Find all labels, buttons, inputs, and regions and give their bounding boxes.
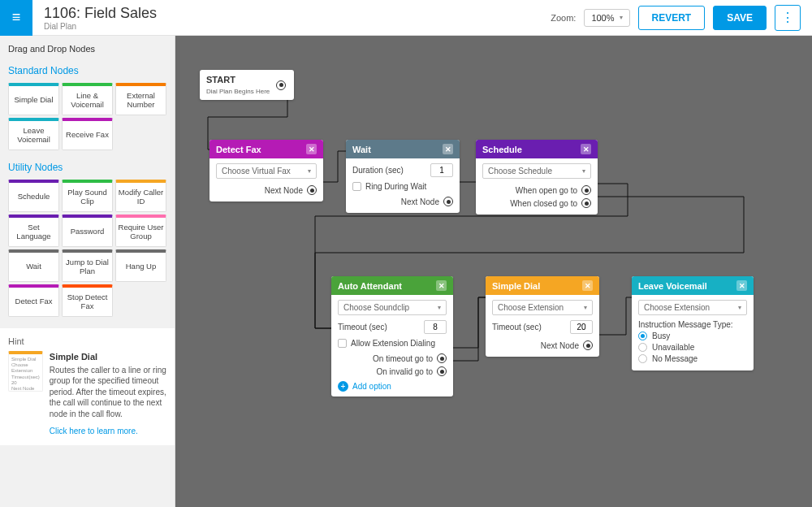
- instruction-type-label: Instruction Message Type:: [638, 320, 747, 329]
- zoom-value: 100%: [591, 13, 614, 23]
- utility-nodes-heading: Utility Nodes: [0, 157, 175, 180]
- palette-node[interactable]: Receive Fax: [62, 118, 113, 150]
- port-icon[interactable]: [583, 340, 593, 350]
- palette-node[interactable]: Password: [62, 214, 113, 247]
- palette-node[interactable]: Detect Fax: [8, 284, 59, 317]
- palette-node[interactable]: Jump to Dial Plan: [62, 249, 113, 282]
- close-icon[interactable]: ✕: [582, 280, 593, 291]
- close-icon[interactable]: ✕: [443, 144, 453, 154]
- palette-node[interactable]: Require User Group: [115, 214, 166, 247]
- timeout-input[interactable]: [424, 320, 447, 334]
- schedule-select[interactable]: Choose Schedule▾: [482, 163, 591, 179]
- sidebar-heading: Drag and Drop Nodes: [0, 36, 175, 60]
- palette-node[interactable]: Stop Detect Fax: [62, 284, 113, 317]
- next-node-label: Next Node: [265, 186, 303, 195]
- duration-label: Duration (sec): [352, 166, 404, 175]
- ring-during-wait-checkbox[interactable]: Ring During Wait: [352, 182, 453, 191]
- node-title: Leave Voicemail: [638, 281, 707, 291]
- wait-node[interactable]: Wait ✕ Duration (sec) Ring During Wait N…: [346, 140, 460, 213]
- timeout-input[interactable]: [570, 320, 593, 334]
- palette-node[interactable]: Leave Voicemail: [8, 118, 59, 150]
- close-icon[interactable]: ✕: [581, 144, 591, 154]
- palette-node[interactable]: Modify Caller ID: [115, 180, 166, 212]
- virtual-fax-select[interactable]: Choose Virtual Fax▾: [216, 163, 317, 179]
- radio-busy[interactable]: Busy: [638, 332, 747, 340]
- leave-voicemail-node[interactable]: Leave Voicemail ✕ Choose Extension▾ Inst…: [632, 276, 754, 370]
- title-block: 1106: Field Sales Dial Plan: [44, 5, 551, 31]
- port-icon[interactable]: [307, 185, 317, 195]
- add-option-button[interactable]: +Add option: [338, 381, 447, 392]
- palette-node[interactable]: Hang Up: [115, 249, 166, 282]
- palette-node[interactable]: Set Language: [8, 214, 59, 247]
- radio-icon: [638, 354, 647, 363]
- auto-attendant-node[interactable]: Auto Attendant ✕ Choose Soundclip▾ Timeo…: [331, 276, 453, 396]
- palette-node[interactable]: Simple Dial: [8, 83, 59, 115]
- close-icon[interactable]: ✕: [736, 280, 747, 291]
- chevron-down-icon: ▾: [308, 167, 311, 175]
- utility-nodes-palette: SchedulePlay Sound ClipModify Caller IDS…: [0, 180, 175, 323]
- next-node-label: Next Node: [541, 341, 579, 350]
- chevron-down-icon: ▾: [584, 304, 587, 311]
- schedule-node[interactable]: Schedule ✕ Choose Schedule▾ When open go…: [476, 140, 598, 214]
- port-icon[interactable]: [443, 197, 453, 206]
- palette-node[interactable]: External Number: [115, 83, 166, 115]
- menu-button[interactable]: ≡: [0, 0, 32, 36]
- page-subtitle: Dial Plan: [44, 22, 551, 31]
- detect-fax-node[interactable]: Detect Fax ✕ Choose Virtual Fax▾ Next No…: [209, 140, 323, 202]
- allow-extension-checkbox[interactable]: Allow Extension Dialing: [338, 339, 447, 348]
- when-open-label: When open go to: [516, 186, 577, 195]
- palette-node[interactable]: Play Sound Clip: [62, 180, 113, 212]
- page-title: 1106: Field Sales: [44, 5, 551, 22]
- port-icon[interactable]: [581, 198, 591, 208]
- hint-thumbnail: Simple DialChoose ExtensionTimeout(sec) …: [8, 351, 43, 392]
- checkbox-icon: [338, 339, 347, 348]
- node-title: Simple Dial: [492, 281, 540, 291]
- port-icon[interactable]: [581, 185, 591, 195]
- chevron-down-icon: ▾: [738, 304, 741, 311]
- topbar: ≡ 1106: Field Sales Dial Plan Zoom: 100%…: [0, 0, 812, 36]
- close-icon[interactable]: ✕: [306, 144, 317, 154]
- port-icon[interactable]: [437, 353, 447, 363]
- node-title: Wait: [352, 145, 371, 154]
- plus-icon: +: [338, 381, 348, 392]
- hint-text: Simple Dial Routes the caller to a line …: [50, 351, 166, 437]
- checkbox-icon: [352, 182, 361, 191]
- timeout-label: Timeout (sec): [492, 323, 542, 332]
- palette-node[interactable]: Line & Voicemail: [62, 83, 113, 115]
- on-invalid-label: On invalid go to: [377, 367, 434, 376]
- close-icon[interactable]: ✕: [436, 280, 447, 291]
- radio-no-message[interactable]: No Message: [638, 354, 747, 363]
- standard-nodes-heading: Standard Nodes: [0, 60, 175, 83]
- node-title: Schedule: [482, 145, 522, 154]
- simple-dial-node[interactable]: Simple Dial ✕ Choose Extension▾ Timeout …: [486, 276, 599, 357]
- start-node[interactable]: START Dial Plan Begins Here: [200, 70, 294, 100]
- palette-node[interactable]: Wait: [8, 249, 59, 282]
- zoom-select[interactable]: 100% ▾: [584, 9, 629, 27]
- kebab-icon: ⋮: [781, 10, 794, 25]
- soundclip-select[interactable]: Choose Soundclip▾: [338, 300, 447, 315]
- canvas[interactable]: START Dial Plan Begins Here Detect Fax ✕…: [175, 36, 812, 507]
- hint-description: Routes the caller to a line or ring grou…: [50, 366, 166, 418]
- next-node-label: Next Node: [401, 197, 439, 206]
- port-icon[interactable]: [276, 80, 286, 90]
- hint-box: Hint Simple DialChoose ExtensionTimeout(…: [0, 328, 175, 445]
- radio-unavailable[interactable]: Unavailable: [638, 343, 747, 352]
- node-title: Detect Fax: [216, 145, 261, 154]
- zoom-label: Zoom:: [551, 13, 576, 23]
- more-button[interactable]: ⋮: [775, 5, 801, 31]
- top-right-controls: Zoom: 100% ▾ REVERT SAVE ⋮: [551, 5, 812, 31]
- duration-input[interactable]: [430, 163, 453, 177]
- hint-link: Click here to learn more.: [50, 426, 166, 437]
- start-title: START: [206, 75, 270, 85]
- hint-link-anchor[interactable]: Click here: [50, 427, 85, 436]
- menu-icon: ≡: [12, 9, 21, 26]
- revert-button[interactable]: REVERT: [638, 6, 706, 30]
- node-title: Auto Attendant: [338, 281, 402, 291]
- sidebar: Drag and Drop Nodes Standard Nodes Simpl…: [0, 36, 175, 507]
- extension-select[interactable]: Choose Extension▾: [492, 300, 593, 315]
- port-icon[interactable]: [437, 366, 447, 376]
- palette-node[interactable]: Schedule: [8, 180, 59, 212]
- save-button[interactable]: SAVE: [713, 6, 767, 30]
- start-subtitle: Dial Plan Begins Here: [206, 88, 270, 95]
- extension-select[interactable]: Choose Extension▾: [638, 300, 747, 315]
